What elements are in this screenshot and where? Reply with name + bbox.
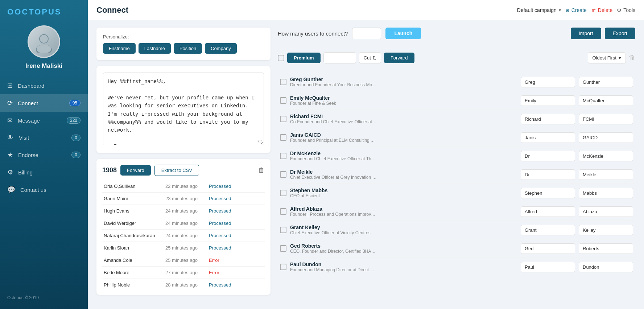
- contact-info: Stephen Mabbs CEO at Escient: [290, 188, 517, 198]
- connect-badge: 95: [69, 100, 80, 106]
- cut-button[interactable]: Cut ⇅: [359, 52, 381, 63]
- contact-firstname[interactable]: [521, 262, 575, 272]
- connect-icon: ⟳: [7, 99, 13, 107]
- left-panel: Personalize: Firstname Lastname Position…: [96, 28, 271, 302]
- sidebar-footer: Octopus © 2019: [0, 290, 88, 305]
- contact-checkbox[interactable]: [280, 134, 286, 141]
- sort-select[interactable]: Oldest First ▾: [588, 52, 626, 63]
- sidebar-item-label: Dashboard: [18, 83, 44, 89]
- queue-item: Gauri Maini 23 minutes ago Processed: [102, 193, 265, 205]
- launch-button[interactable]: Launch: [385, 28, 421, 39]
- sidebar-item-billing[interactable]: ⚙ Billing: [0, 164, 88, 181]
- contact-checkbox[interactable]: [280, 97, 286, 104]
- gear-icon: ⚙: [617, 7, 622, 13]
- char-count: 72: [257, 139, 262, 144]
- contact-info: Dr Meikle Chief Executive Officer at Gre…: [290, 169, 517, 180]
- position-button[interactable]: Position: [174, 43, 202, 54]
- contact-lastname[interactable]: [579, 132, 633, 143]
- sidebar: OOCTOPUS Irene Maliski ⊞ Dashboard ⟳ Con…: [0, 0, 88, 309]
- contact-lastname[interactable]: [579, 262, 633, 272]
- sidebar-item-label: Visit: [19, 135, 29, 141]
- company-button[interactable]: Company: [205, 43, 237, 54]
- contact-row: Alfred Ablaza Founder | Process and Oper…: [278, 202, 635, 221]
- personalize-buttons: Firstname Lastname Position Company: [103, 43, 264, 54]
- forward-contacts-button[interactable]: Forward: [384, 53, 414, 63]
- message-textarea[interactable]: Hey %%first_name%%, We've never met, but…: [103, 73, 264, 145]
- create-button[interactable]: ⊕ Create: [565, 7, 587, 13]
- contact-firstname[interactable]: [521, 188, 575, 198]
- sidebar-item-dashboard[interactable]: ⊞ Dashboard: [0, 77, 88, 94]
- logo-accent: O: [7, 7, 15, 16]
- contacts-trash-button[interactable]: 🗑: [629, 54, 635, 62]
- contact-row: Emily McQualter Founder at Fine & Seek: [278, 91, 635, 110]
- sidebar-item-connect[interactable]: ⟳ Connect 95: [0, 94, 88, 112]
- contact-checkbox[interactable]: [280, 227, 286, 233]
- plus-icon: ⊕: [565, 7, 570, 13]
- sidebar-item-visit[interactable]: 👁 Visit 0: [0, 129, 88, 146]
- app-logo: OOCTOPUS: [0, 7, 62, 17]
- contact-firstname[interactable]: [521, 169, 575, 180]
- dashboard-icon: ⊞: [7, 82, 13, 90]
- contact-firstname[interactable]: [521, 225, 575, 235]
- queue-item: Nataraj Chandrasekaran 24 minutes ago Pr…: [102, 230, 265, 242]
- tools-button[interactable]: ⚙ Tools: [617, 7, 635, 13]
- contact-firstname[interactable]: [521, 151, 575, 161]
- select-all-checkbox[interactable]: [278, 55, 284, 61]
- endorse-icon: ★: [7, 151, 13, 159]
- contact-lastname[interactable]: [579, 77, 633, 87]
- contact-lastname[interactable]: [579, 188, 633, 198]
- contact-lastname[interactable]: [579, 206, 633, 217]
- sidebar-item-endorse[interactable]: ★ Endorse 0: [0, 146, 88, 164]
- contact-lastname[interactable]: [579, 225, 633, 235]
- contact-info: Dr McKenzie Founder and Chief Executive …: [290, 151, 517, 161]
- premium-button[interactable]: Premium: [287, 53, 321, 63]
- contact-lastname[interactable]: [579, 151, 633, 161]
- sidebar-item-contact-us[interactable]: 💬 Contact us: [0, 181, 88, 198]
- page-title: Connect: [96, 5, 128, 15]
- contact-firstname[interactable]: [521, 95, 575, 106]
- contact-info: Ged Roberts CEO, Founder and Director, C…: [290, 243, 517, 254]
- queue-forward-button[interactable]: Forward: [120, 165, 151, 176]
- chevron-up-down-icon: ⇅: [372, 55, 376, 61]
- contact-checkbox[interactable]: [280, 116, 286, 122]
- contact-lastname[interactable]: [579, 114, 633, 124]
- import-button[interactable]: Import: [571, 28, 601, 39]
- nav-menu: ⊞ Dashboard ⟳ Connect 95 ✉ Message 320 👁…: [0, 77, 88, 290]
- contact-checkbox[interactable]: [280, 245, 286, 252]
- contact-checkbox[interactable]: [280, 171, 286, 178]
- visit-icon: 👁: [7, 134, 14, 141]
- export-button[interactable]: Export: [605, 28, 635, 39]
- topbar-right: Default campaign ▾ ⊕ Create 🗑 Delete ⚙ T…: [517, 7, 635, 13]
- contact-checkbox[interactable]: [280, 153, 286, 159]
- contact-firstname[interactable]: [521, 132, 575, 143]
- queue-trash-button[interactable]: 🗑: [258, 166, 265, 174]
- svg-point-2: [40, 35, 48, 43]
- queue-item: David Werdiger 24 minutes ago Processed: [102, 217, 265, 230]
- contact-checkbox[interactable]: [280, 208, 286, 215]
- contact-firstname[interactable]: [521, 77, 575, 87]
- delete-button[interactable]: 🗑 Delete: [591, 7, 612, 13]
- contact-firstname[interactable]: [521, 114, 575, 124]
- message-icon: ✉: [7, 116, 13, 124]
- sidebar-item-message[interactable]: ✉ Message 320: [0, 112, 88, 129]
- contact-lastname[interactable]: [579, 169, 633, 180]
- lastname-button[interactable]: Lastname: [139, 43, 171, 54]
- contact-lastname[interactable]: [579, 243, 633, 254]
- visit-badge: 0: [71, 135, 80, 141]
- topbar: Connect Default campaign ▾ ⊕ Create 🗑 De…: [88, 0, 644, 20]
- campaign-selector[interactable]: Default campaign ▾: [517, 7, 561, 13]
- contact-checkbox[interactable]: [280, 264, 286, 270]
- extract-csv-button[interactable]: Extract to CSV: [154, 165, 199, 176]
- contact-checkbox[interactable]: [280, 190, 286, 196]
- search-input[interactable]: [323, 52, 356, 63]
- campaign-name: Default campaign: [517, 7, 557, 13]
- connect-count-input[interactable]: [352, 28, 381, 39]
- contact-firstname[interactable]: [521, 243, 575, 254]
- logo-text: OCTOPUS: [15, 7, 61, 16]
- firstname-button[interactable]: Firstname: [103, 43, 136, 54]
- contacts-toolbar: Premium Cut ⇅ Forward Oldest First ▾ 🗑: [278, 49, 635, 67]
- contact-checkbox[interactable]: [280, 79, 286, 85]
- contact-lastname[interactable]: [579, 95, 633, 106]
- contact-firstname[interactable]: [521, 206, 575, 217]
- message-badge: 320: [67, 117, 80, 124]
